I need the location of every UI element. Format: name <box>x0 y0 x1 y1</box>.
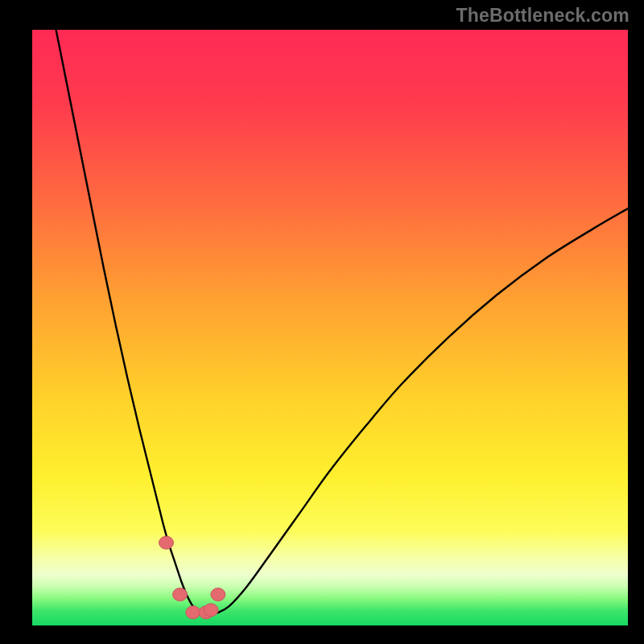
watermark-text: TheBottleneck.com <box>456 5 630 27</box>
highlight-marker <box>159 536 174 549</box>
plot-area <box>32 30 628 625</box>
gradient-background <box>32 30 628 625</box>
bottleneck-chart <box>32 30 628 625</box>
highlight-marker <box>186 606 200 619</box>
highlight-marker <box>211 588 225 601</box>
chart-frame: TheBottleneck.com <box>0 0 644 644</box>
highlight-marker <box>173 588 188 601</box>
highlight-marker <box>204 604 218 617</box>
